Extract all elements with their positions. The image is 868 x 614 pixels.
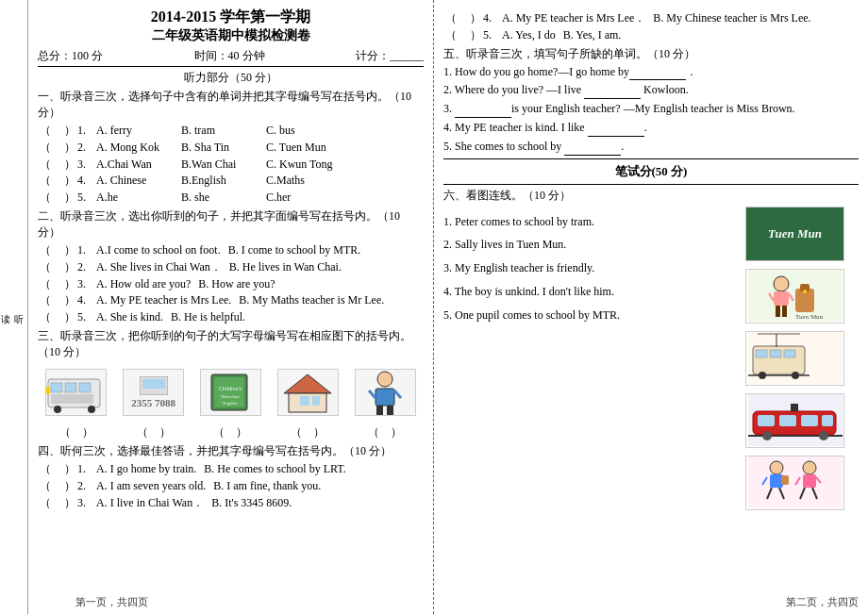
title-main: 2014-2015 学年第一学期 <box>38 8 424 27</box>
q5-2: 2. Where do you live? —I live Kowloon. <box>443 82 859 99</box>
svg-rect-18 <box>312 396 320 406</box>
bus-image <box>45 369 107 416</box>
images-row: 2355 7088 Children's Miscellan English <box>38 364 424 421</box>
svg-rect-4 <box>51 394 93 404</box>
svg-rect-30 <box>776 306 780 317</box>
mq2: 2. Sally lives in Tuen Mun. <box>443 237 736 253</box>
total-score: 总分：100 分 <box>38 48 103 64</box>
svg-rect-40 <box>784 350 795 357</box>
svg-rect-17 <box>300 396 309 406</box>
svg-rect-27 <box>774 291 789 306</box>
svg-rect-55 <box>791 404 798 411</box>
section3: 三、听录音三次，把你听到的句子的大写字母编号写在相应图下的括号内。（10 分） <box>38 328 424 440</box>
svg-point-63 <box>803 461 816 474</box>
svg-line-21 <box>369 390 376 398</box>
phone-number: 2355 7088 <box>131 397 175 408</box>
footer-left: 第一页，共四页 <box>75 595 148 609</box>
section5: 五、听录音三次，填写句子所缺的单词。（10 分） 1. How do you g… <box>443 46 859 156</box>
listening-section-title: 听力部分（50 分） <box>38 70 424 86</box>
divider2 <box>443 184 859 185</box>
svg-rect-69 <box>781 475 789 485</box>
left-column: 2014-2015 学年第一学期 二年级英语期中模拟检测卷 总分：100 分 时… <box>28 0 434 614</box>
q4-1: （ ） 1. A. I go home by train. B. He come… <box>38 461 424 477</box>
svg-rect-31 <box>782 306 787 317</box>
section2-header: 二、听录音三次，选出你听到的句子，并把其字面编号写在括号内。（10 分） <box>38 208 424 241</box>
svg-point-57 <box>770 461 783 474</box>
svg-text:English: English <box>224 401 239 406</box>
blank-1 <box>629 64 686 81</box>
q5-1: 1. How do you go home?—I go home by ． <box>443 64 859 81</box>
svg-rect-9 <box>142 379 165 389</box>
house-image <box>277 369 339 416</box>
matching-images: Tuen Mun <box>745 207 859 510</box>
left-margin: 听读答卷 听读答卷 答卷 <box>0 0 28 614</box>
match-img-2: Tuen Mun <box>745 269 844 324</box>
svg-point-53 <box>762 431 772 440</box>
section3-header: 三、听录音三次，把你听到的句子的大写字母编号写在相应图下的括号内。（10 分） <box>38 328 424 360</box>
svg-point-42 <box>759 372 766 379</box>
margin-label-1: 听读答卷 <box>0 305 27 310</box>
blank-5 <box>564 139 621 156</box>
section2: 二、听录音三次，选出你听到的句子，并把其字面编号写在括号内。（10 分） （ ）… <box>38 208 424 325</box>
footer-right: 第二页，共四页 <box>786 595 859 609</box>
section1: 一、听录音三次，选择句子中含有的单词并把其字母编号写在括号内。（10 分） （ … <box>38 89 424 206</box>
score-blank: 计分：______ <box>356 48 424 64</box>
q5-4: 4. My PE teacher is kind. I like . <box>443 120 859 137</box>
match-img-3 <box>745 331 844 386</box>
book-image: Children's Miscellan English <box>200 369 261 416</box>
person-image <box>355 369 416 416</box>
q1-4: （ ） 4. A. Chinese B.English C.Maths <box>38 173 424 189</box>
section4-cont: （ ） 4. A. My PE teacher is Mrs Lee． B. M… <box>443 10 859 43</box>
q2-5: （ ） 5. A. She is kind. B. He is helpful. <box>38 309 424 325</box>
svg-rect-24 <box>387 406 393 415</box>
svg-rect-20 <box>376 389 394 406</box>
svg-rect-3 <box>79 383 91 392</box>
svg-rect-1 <box>51 383 62 392</box>
match-img-4 <box>745 393 844 448</box>
q1-3: （ ） 3. A.Chai Wan B.Wan Chai C. Kwun Ton… <box>38 157 424 173</box>
section6: 六、看图连线。（10 分） 1. Peter comes to school b… <box>443 188 859 510</box>
section4-header: 四、听何三次，选择最佳答语，并把其字母编号写在括号内。（10 分） <box>38 443 424 459</box>
section4: 四、听何三次，选择最佳答语，并把其字母编号写在括号内。（10 分） （ ） 1.… <box>38 443 424 510</box>
svg-rect-50 <box>801 415 818 426</box>
q4-3: （ ） 3. A. I live in Chai Wan． B. It's 33… <box>38 495 424 511</box>
q5-5: 5. She comes to school by . <box>443 139 859 156</box>
phone-image: 2355 7088 <box>123 369 184 416</box>
mq1: 1. Peter comes to school by tram. <box>443 214 736 230</box>
svg-rect-58 <box>770 474 783 488</box>
mq4: 4. The boy is unkind. I don't like him. <box>443 284 736 300</box>
blank-3 <box>455 101 511 118</box>
q2-3: （ ） 3. A. How old are you? B. How are yo… <box>38 276 424 292</box>
right-column: （ ） 4. A. My PE teacher is Mrs Lee． B. M… <box>434 0 868 614</box>
svg-rect-56 <box>748 456 843 508</box>
divider <box>443 158 859 159</box>
q2-4: （ ） 4. A. My PE teacher is Mrs Lee. B. M… <box>38 292 424 308</box>
title-sub: 二年级英语期中模拟检测卷 <box>38 27 424 44</box>
q1-1: （ ） 1. A. ferry B. tram C. bus <box>38 123 424 139</box>
svg-rect-49 <box>779 415 796 426</box>
svg-point-26 <box>774 276 789 291</box>
svg-line-22 <box>394 390 401 398</box>
q2-1: （ ） 1. A.I come to school on foot. B. I … <box>38 242 424 258</box>
section6-header: 六、看图连线。（10 分） <box>443 188 859 204</box>
svg-rect-38 <box>756 350 767 357</box>
svg-rect-48 <box>758 415 775 426</box>
svg-rect-64 <box>803 474 816 488</box>
svg-text:Tuen Mun: Tuen Mun <box>795 313 824 321</box>
blank-4 <box>588 120 644 137</box>
svg-point-5 <box>54 406 61 413</box>
mq3: 3. My English teacher is friendly. <box>443 260 736 276</box>
q4-2: （ ） 2. A. I am seven years old. B. I am … <box>38 478 424 494</box>
svg-rect-39 <box>770 350 781 357</box>
section5-header: 五、听录音三次，填写句子所缺的单词。（10 分） <box>443 46 859 62</box>
answer-brackets: （ ） （ ） （ ） （ ） （ ） <box>38 424 424 440</box>
svg-point-43 <box>792 372 799 379</box>
svg-marker-15 <box>284 374 331 393</box>
q1-2: （ ） 2. A. Mong Kok B. Sha Tin C. Tuen Mu… <box>38 140 424 156</box>
section1-header: 一、听录音三次，选择句子中含有的单词并把其字母编号写在括号内。（10 分） <box>38 89 424 121</box>
q4-4: （ ） 4. A. My PE teacher is Mrs Lee． B. M… <box>443 10 859 26</box>
header-info: 总分：100 分 时间：40 分钟 计分：______ <box>38 48 424 67</box>
svg-point-19 <box>377 372 392 387</box>
q1-5: （ ） 5. A.he B. she C.her <box>38 190 424 206</box>
match-img-1: Tuen Mun <box>745 207 844 261</box>
